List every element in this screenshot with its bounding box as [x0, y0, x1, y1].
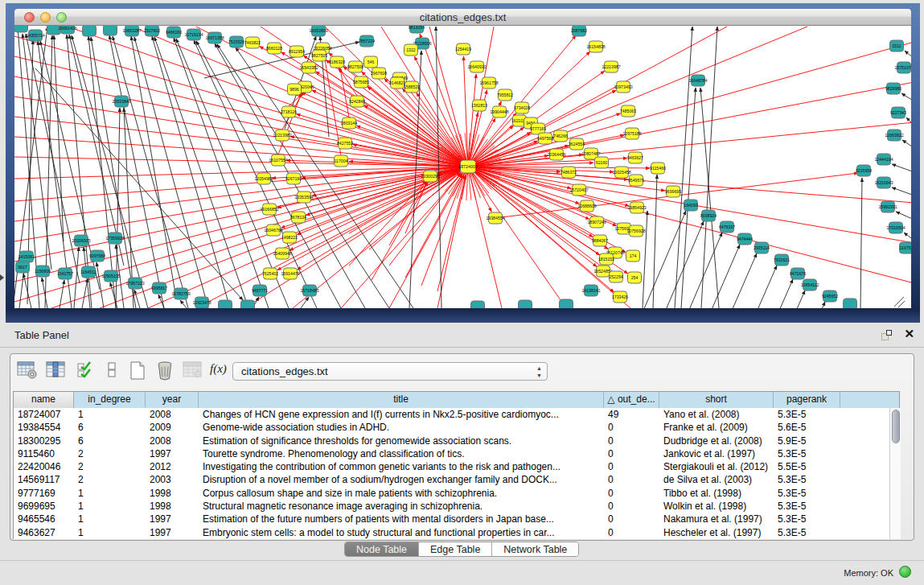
- table-row[interactable]: 2242004622012Investigating the contribut…: [14, 460, 899, 473]
- column-header-pagerank[interactable]: pagerank: [774, 392, 840, 408]
- cell-in_degree: 1: [78, 501, 143, 512]
- svg-text:9463627: 9463627: [627, 155, 643, 160]
- svg-text:16640910: 16640910: [467, 64, 486, 69]
- cell-short: Yano et al. (2008): [663, 409, 771, 420]
- function-builder-icon[interactable]: f(x): [210, 362, 227, 376]
- cell-year: 1998: [150, 501, 196, 512]
- table-selector[interactable]: citations_edges.txt ▲▼: [232, 362, 548, 381]
- column-header-in_degree[interactable]: in_degree: [74, 392, 146, 408]
- status-bar: Memory: OK: [0, 560, 924, 585]
- svg-text:9549576: 9549576: [628, 178, 644, 183]
- svg-text:117004: 117004: [335, 159, 348, 163]
- svg-text:7463822: 7463822: [244, 40, 261, 45]
- svg-text:10025458: 10025458: [612, 170, 630, 175]
- table-row[interactable]: 1830029562008Estimation of significance …: [14, 435, 899, 447]
- network-canvas: 1435571420691406106532871527602646616010…: [14, 26, 911, 308]
- svg-text:15718485: 15718485: [300, 288, 318, 293]
- new-document-icon[interactable]: [128, 360, 147, 381]
- column-header-out_de...[interactable]: △ out_de...: [604, 392, 659, 408]
- tab-node-table[interactable]: Node Table: [345, 542, 419, 556]
- table-panel-header: Table Panel ✕: [0, 323, 924, 348]
- network-window-titlebar[interactable]: citations_edges.txt: [14, 9, 911, 26]
- svg-text:19854923: 19854923: [627, 205, 646, 210]
- graph-node[interactable]: [83, 26, 97, 36]
- svg-text:2803144: 2803144: [341, 121, 357, 126]
- svg-text:9777169: 9777169: [530, 126, 546, 131]
- cell-in_degree: 2: [78, 461, 143, 472]
- svg-text:20533846: 20533846: [112, 99, 130, 104]
- panel-divider-arrow[interactable]: [0, 274, 4, 281]
- close-panel-icon[interactable]: ✕: [904, 327, 914, 341]
- graph-node[interactable]: [219, 300, 232, 308]
- svg-text:8186328: 8186328: [329, 60, 345, 64]
- cell-in_degree: 2: [78, 474, 143, 485]
- combo-stepper-icon: ▲▼: [536, 365, 542, 379]
- column-header-name[interactable]: name: [14, 392, 74, 408]
- table-row[interactable]: 946362711997Embryonic stem cells: a mode…: [14, 526, 899, 539]
- svg-text:1322: 1322: [406, 47, 416, 52]
- table-row[interactable]: 977716911998Corpus callosum shape and si…: [14, 487, 899, 500]
- node-table: namein_degreeyeartitle△ out_de...shortpa…: [13, 391, 900, 539]
- table-settings-icon[interactable]: [17, 360, 38, 380]
- graph-node[interactable]: [14, 26, 28, 32]
- resize-grip-icon[interactable]: [894, 297, 905, 307]
- table-row[interactable]: 1872400712008Changes of HCN gene express…: [14, 408, 899, 421]
- graph-node[interactable]: [844, 299, 857, 308]
- graph-node[interactable]: [241, 300, 255, 308]
- merge-rows-icon[interactable]: [105, 360, 120, 380]
- tab-network-table[interactable]: Network Table: [492, 542, 578, 556]
- delete-icon[interactable]: [155, 360, 176, 381]
- column-select-icon[interactable]: [46, 360, 67, 380]
- svg-text:7485063: 7485063: [620, 109, 636, 113]
- table-body: 1872400712008Changes of HCN gene express…: [14, 408, 899, 539]
- graph-node[interactable]: [560, 299, 573, 308]
- cell-in_degree: 2: [78, 448, 143, 459]
- cell-pagerank: 5.3E-5: [778, 513, 838, 525]
- svg-text:2087682: 2087682: [571, 28, 587, 33]
- svg-text:746266: 746266: [553, 134, 567, 138]
- column-header-short[interactable]: short: [659, 392, 774, 408]
- graph-node[interactable]: [471, 301, 485, 308]
- cell-pagerank: 5.3E-5: [778, 409, 838, 420]
- svg-text:15720407: 15720407: [569, 187, 588, 192]
- table-row[interactable]: 1938455462009Genome-wide association stu…: [14, 421, 899, 434]
- svg-text:9097588: 9097588: [89, 253, 105, 258]
- table-row[interactable]: 1456911722003Disruption of a novel membe…: [14, 473, 899, 486]
- cell-out_de...: 0: [608, 448, 657, 459]
- cell-title: Estimation of significance thresholds fo…: [203, 435, 602, 447]
- network-view[interactable]: 1435571420691406106532871527602646616010…: [14, 26, 911, 308]
- tab-edge-table[interactable]: Edge Table: [419, 542, 492, 556]
- svg-text:5875685: 5875685: [353, 80, 369, 84]
- table-row[interactable]: 911546021997Tourette syndrome. Phenomeno…: [14, 447, 899, 460]
- graph-node[interactable]: [519, 300, 532, 308]
- svg-text:20691406: 20691406: [58, 26, 76, 31]
- table-scrollbar[interactable]: [889, 408, 901, 539]
- select-rows-icon[interactable]: [76, 360, 96, 380]
- svg-text:2718126: 2718126: [281, 109, 297, 114]
- svg-text:8471676: 8471676: [790, 271, 806, 276]
- cell-in_degree: 6: [78, 435, 143, 447]
- float-panel-icon[interactable]: [881, 330, 892, 340]
- svg-text:1342757: 1342757: [57, 271, 73, 276]
- svg-text:15751074: 15751074: [894, 65, 911, 70]
- graph-node[interactable]: [104, 26, 117, 35]
- column-header-title[interactable]: title: [199, 392, 604, 408]
- svg-text:7955812: 7955812: [497, 93, 513, 97]
- svg-text:16671358: 16671358: [205, 35, 224, 40]
- table-row[interactable]: 946554611997Estimation of the future num…: [14, 513, 899, 525]
- cell-title: Embryonic stem cells: a model to study s…: [203, 527, 602, 538]
- cell-title: Estimation of the future numbers of pati…: [203, 513, 602, 525]
- cell-year: 2008: [150, 435, 196, 447]
- table-scrollbar-thumb[interactable]: [892, 410, 900, 443]
- import-table-icon[interactable]: [183, 360, 203, 380]
- table-row[interactable]: 969969511998Structural magnetic resonanc…: [14, 500, 899, 513]
- svg-text:1498222: 1498222: [281, 235, 298, 240]
- column-header-year[interactable]: year: [146, 392, 199, 408]
- cell-name: 9115460: [18, 448, 72, 459]
- table-panel-body: f(x) citations_edges.txt ▲▼ namein_degre…: [10, 353, 914, 541]
- cell-title: Corpus callosum shape and size in male p…: [203, 488, 602, 499]
- cell-title: Genome-wide association studies in ADHD.: [203, 422, 602, 433]
- svg-text:14138141: 14138141: [581, 288, 600, 293]
- cell-name: 9465546: [18, 513, 72, 525]
- svg-text:9227343: 9227343: [890, 110, 906, 115]
